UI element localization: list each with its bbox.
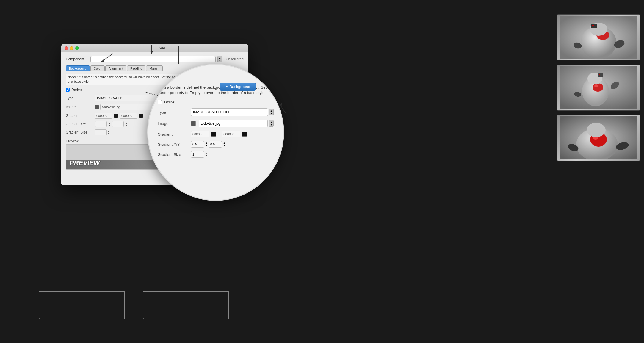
derive-label: Derive: [71, 88, 82, 92]
xy-inputs: 0.5 ▲ ▼ 0.5 ▲ ▼: [95, 121, 128, 127]
thumbnail-1: [557, 14, 640, 60]
svg-rect-8: [592, 25, 594, 26]
x-stepper[interactable]: ▲ ▼: [109, 122, 111, 126]
robot-svg-3: [560, 116, 637, 159]
thumbnails-panel: [553, 14, 644, 161]
robot-scene-2: [557, 65, 640, 110]
mag-swatch-1[interactable]: [211, 132, 216, 137]
minimize-button[interactable]: [70, 46, 73, 50]
mag-derive-row: Derive: [158, 100, 274, 104]
tab-margin[interactable]: Margin: [146, 65, 163, 71]
mag-derive-checkbox[interactable]: [158, 100, 162, 104]
mag-content: ✦ Background ce: If a border is defined …: [148, 65, 283, 200]
tab-padding[interactable]: Padding: [127, 65, 145, 71]
component-row: Component 1 ▲ ▼ Unselected: [66, 56, 244, 62]
mag-size-input[interactable]: 1: [191, 151, 204, 158]
gradient-y-input[interactable]: 0.5: [112, 121, 124, 127]
background-button[interactable]: ✦ Background: [220, 83, 256, 91]
thumbnail-2: [557, 65, 640, 111]
mag-image-arrows[interactable]: ▲ ▼: [269, 120, 274, 127]
traffic-lights: [65, 46, 79, 50]
svg-point-24: [587, 123, 606, 137]
mag-gradient-size-label: Gradient Size: [158, 152, 187, 157]
derive-checkbox[interactable]: [66, 88, 70, 92]
mag-y-input[interactable]: 0.5: [209, 141, 222, 148]
size-stepper[interactable]: ▲ ▼: [107, 130, 109, 134]
robot-scene-1: [557, 15, 640, 60]
title-bar: Add: [61, 44, 248, 52]
svg-point-11: [593, 83, 603, 92]
image-thumb: [95, 105, 99, 109]
bottom-wireframes: [39, 291, 229, 319]
mag-image-label: Image: [158, 121, 187, 126]
gradient-swatch-1[interactable]: [114, 114, 118, 118]
svg-rect-7: [591, 24, 597, 28]
mag-derive-label: Derive: [164, 100, 176, 104]
gradient-x-input[interactable]: 0.5: [95, 121, 107, 127]
mag-gradient-label: Gradient: [158, 132, 187, 137]
mag-type-row: Type IMAGE_SCALED_FILL ▲ ▼: [158, 108, 274, 116]
dialog-title: Add: [79, 46, 245, 50]
gradient-size-label: Gradient Size: [66, 130, 93, 134]
mag-gradient-input-1[interactable]: 000000: [191, 131, 209, 137]
mag-dots-2: ...: [249, 133, 251, 136]
mag-size-stepper[interactable]: ▲ ▼: [205, 152, 207, 157]
wireframe-box-1: [39, 291, 125, 319]
svg-marker-34: [280, 103, 283, 106]
unselected-label: Unselected: [226, 57, 244, 61]
mag-type-arrows[interactable]: ▲ ▼: [269, 109, 274, 115]
robot-scene-3: [557, 115, 640, 161]
gradient-input-1[interactable]: 000000: [95, 113, 112, 119]
mag-notice-text: ce: If a border is defined the backgroun…: [158, 85, 274, 95]
mag-type-select[interactable]: IMAGE_SCALED_FILL: [191, 108, 268, 116]
mag-type-label: Type: [158, 110, 187, 115]
gradient-swatch-2[interactable]: [139, 114, 143, 118]
gradient-xy-label: Gradient X/Y: [66, 122, 93, 126]
mag-gradient-inputs: 000000 ... 000000 ...: [191, 131, 251, 137]
mag-size-inputs: 1 ▲ ▼: [191, 151, 207, 158]
svg-point-12: [594, 84, 598, 87]
maximize-button[interactable]: [75, 46, 79, 50]
mag-x-stepper[interactable]: ▲ ▼: [205, 142, 208, 147]
mag-gradient-size-row: Gradient Size 1 ▲ ▼: [158, 151, 274, 158]
magnified-circle: ✦ Background ce: If a border is defined …: [147, 64, 284, 201]
tab-color[interactable]: Color: [90, 65, 105, 71]
thumbnail-3: [557, 115, 640, 161]
mag-swatch-2[interactable]: [242, 132, 247, 137]
mag-image-row: Image todo-title.jpg ▲ ▼: [158, 120, 274, 127]
preview-text: PREVIEW: [70, 159, 100, 167]
component-arrows[interactable]: ▲ ▼: [217, 56, 222, 62]
mag-dots-1: ...: [218, 133, 220, 136]
svg-rect-17: [599, 74, 600, 75]
mag-gradient-row: Gradient 000000 ... 000000 ...: [158, 131, 274, 137]
mag-gradient-xy-row: Gradient X/Y 0.5 ▲ ▼ 0.5 ▲ ▼: [158, 141, 274, 148]
y-stepper[interactable]: ▲ ▼: [126, 122, 128, 126]
component-input[interactable]: 1: [90, 56, 216, 62]
mag-x-input[interactable]: 0.5: [191, 141, 204, 148]
wireframe-box-2: [143, 291, 229, 319]
robot-svg-1: [560, 16, 637, 59]
mag-gradient-xy-label: Gradient X/Y: [158, 142, 187, 147]
type-label: Type: [66, 96, 93, 100]
image-label: Image: [66, 105, 93, 109]
robot-svg-2: [560, 66, 637, 109]
close-button[interactable]: [65, 46, 68, 50]
gradient-input-2[interactable]: 000000: [120, 113, 137, 119]
mag-image-thumb: [191, 121, 196, 126]
mag-gradient-input-2[interactable]: 000000: [222, 131, 240, 137]
component-label: Component: [66, 57, 88, 61]
gradient-label: Gradient: [66, 114, 93, 118]
mag-y-stepper[interactable]: ▲ ▼: [223, 142, 225, 147]
svg-rect-16: [598, 73, 603, 77]
gradient-inputs: 000000 000000: [95, 113, 144, 119]
tab-background[interactable]: Background: [66, 65, 90, 71]
tab-alignment[interactable]: Alignment: [105, 65, 126, 71]
mag-xy-inputs: 0.5 ▲ ▼ 0.5 ▲ ▼: [191, 141, 225, 148]
gradient-size-input[interactable]: 1: [95, 129, 107, 135]
mag-image-select[interactable]: todo-title.jpg: [199, 120, 268, 127]
